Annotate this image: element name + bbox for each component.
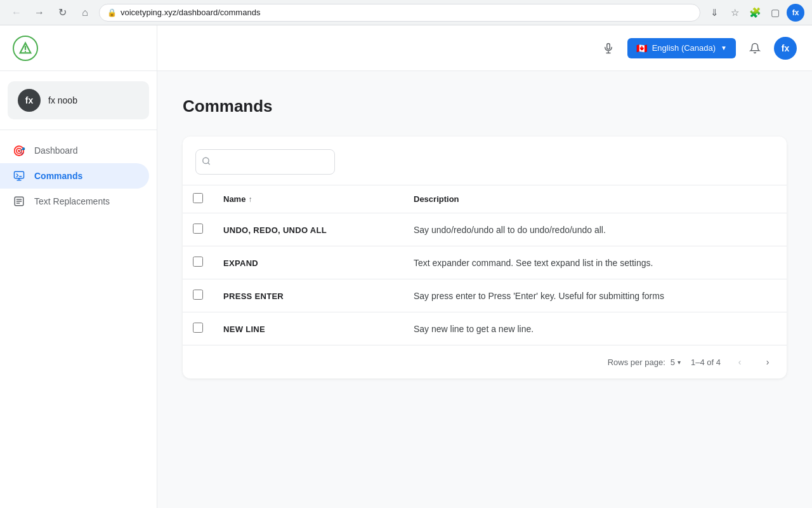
microphone-button[interactable] (597, 37, 620, 60)
browser-reload-button[interactable]: ↻ (53, 4, 71, 22)
user-card: fx fx noob (8, 81, 149, 119)
search-input[interactable] (195, 149, 335, 175)
browser-actions: ⇓ ☆ 🧩 ▢ fx (705, 4, 804, 22)
table-header-row: Name ↑ Description (183, 185, 787, 213)
rows-per-page-label: Rows per page: (608, 358, 665, 367)
language-flag: 🇨🇦 (636, 43, 647, 53)
next-page-button[interactable]: › (759, 353, 776, 371)
url-bar[interactable]: 🔒 voicetyping.xyz/dashboard/commands (99, 4, 700, 22)
row-name-cell: PRESS ENTER (213, 279, 403, 312)
top-header: 🇨🇦 English (Canada) ▼ fx (157, 25, 812, 71)
sidebar-item-text-replacements[interactable]: Text Replacements (0, 189, 149, 214)
commands-table: Name ↑ Description U (183, 185, 787, 345)
command-name: PRESS ENTER (223, 291, 284, 301)
main-content: 🇨🇦 English (Canada) ▼ fx Commands (157, 25, 812, 508)
user-name: fx noob (48, 95, 77, 105)
svg-line-13 (208, 163, 210, 164)
sidebar-item-label: Text Replacements (34, 196, 110, 206)
page-title: Commands (183, 97, 787, 116)
language-selector-button[interactable]: 🇨🇦 English (Canada) ▼ (627, 38, 736, 58)
command-description: Say undo/redo/undo all to do undo/redo/u… (414, 225, 606, 235)
row-checkbox-cell (183, 213, 213, 246)
svg-rect-9 (606, 43, 610, 49)
browser-profile-avatar[interactable]: fx (787, 4, 804, 22)
command-name: NEW LINE (223, 324, 265, 334)
previous-page-button[interactable]: ‹ (731, 353, 749, 371)
sidebar-item-commands[interactable]: Commands (0, 163, 149, 189)
row-name-cell: NEW LINE (213, 312, 403, 345)
row-description-cell: Say new line to get a new line. (403, 312, 787, 345)
app-logo (13, 36, 38, 61)
browser-chrome: ← → ↻ ⌂ 🔒 voicetyping.xyz/dashboard/comm… (0, 0, 812, 25)
browser-forward-button[interactable]: → (30, 4, 48, 22)
commands-icon (13, 170, 25, 182)
url-text: voicetyping.xyz/dashboard/commands (121, 8, 260, 17)
header-checkbox-cell (183, 185, 213, 213)
sidebar-item-label: Commands (34, 171, 82, 181)
page-info: 1–4 of 4 (691, 358, 721, 367)
dashboard-icon: 🎯 (13, 144, 25, 157)
download-icon[interactable]: ⇓ (705, 4, 723, 22)
row-checkbox[interactable] (193, 224, 203, 234)
select-all-checkbox[interactable] (193, 193, 203, 203)
notifications-button[interactable] (743, 37, 766, 60)
table-row: EXPAND Text expander command. See text e… (183, 246, 787, 279)
sort-arrow-icon[interactable]: ↑ (248, 195, 252, 204)
commands-table-card: Name ↑ Description U (183, 137, 787, 378)
chevron-down-icon: ▼ (721, 44, 727, 51)
command-name: UNDO, REDO, UNDO ALL (223, 225, 327, 235)
row-checkbox-cell (183, 246, 213, 279)
rows-per-page-select[interactable]: 5 ▾ (671, 358, 681, 367)
browser-back-button[interactable]: ← (8, 4, 25, 22)
table-row: PRESS ENTER Say press enter to Press 'En… (183, 279, 787, 312)
app-container: fx fx noob 🎯 Dashboard Commands (0, 25, 812, 508)
bookmark-icon[interactable]: ☆ (726, 4, 743, 22)
search-icon (202, 157, 211, 168)
row-description-cell: Say press enter to Press 'Enter' key. Us… (403, 279, 787, 312)
row-checkbox[interactable] (193, 257, 203, 267)
search-input-wrapper (195, 149, 335, 175)
sidebar: fx fx noob 🎯 Dashboard Commands (0, 25, 157, 508)
search-bar-container (183, 137, 787, 185)
text-replacements-icon (13, 195, 25, 208)
profile-avatar[interactable]: fx (774, 37, 797, 60)
sidebar-logo (0, 25, 157, 71)
row-checkbox[interactable] (193, 323, 203, 333)
rows-per-page-dropdown-icon: ▾ (678, 359, 681, 366)
row-description-cell: Say undo/redo/undo all to do undo/redo/u… (403, 213, 787, 246)
row-checkbox[interactable] (193, 290, 203, 300)
pagination: Rows per page: 5 ▾ 1–4 of 4 ‹ › (183, 345, 787, 378)
command-description: Text expander command. See text expand l… (414, 258, 653, 268)
column-header-description: Description (403, 185, 787, 213)
table-row: UNDO, REDO, UNDO ALL Say undo/redo/undo … (183, 213, 787, 246)
window-icon[interactable]: ▢ (766, 4, 784, 22)
sidebar-item-label: Dashboard (34, 145, 78, 156)
row-description-cell: Text expander command. See text expand l… (403, 246, 787, 279)
sidebar-item-dashboard[interactable]: 🎯 Dashboard (0, 138, 149, 163)
row-name-cell: UNDO, REDO, UNDO ALL (213, 213, 403, 246)
command-description: Say new line to get a new line. (414, 324, 534, 334)
row-checkbox-cell (183, 279, 213, 312)
table-row: NEW LINE Say new line to get a new line. (183, 312, 787, 345)
lock-icon: 🔒 (107, 8, 117, 17)
column-header-name: Name ↑ (213, 185, 403, 213)
svg-point-2 (25, 50, 26, 51)
language-label: English (Canada) (652, 43, 716, 53)
table-body: UNDO, REDO, UNDO ALL Say undo/redo/undo … (183, 213, 787, 345)
command-name: EXPAND (223, 258, 258, 268)
row-checkbox-cell (183, 312, 213, 345)
svg-rect-3 (15, 171, 24, 178)
row-name-cell: EXPAND (213, 246, 403, 279)
command-description: Say press enter to Press 'Enter' key. Us… (414, 291, 664, 301)
user-avatar: fx (18, 89, 41, 112)
sidebar-nav: 🎯 Dashboard Commands (0, 130, 157, 222)
browser-home-button[interactable]: ⌂ (76, 4, 94, 22)
page-content: Commands (157, 71, 812, 508)
rows-per-page: Rows per page: 5 ▾ (608, 358, 681, 367)
user-section: fx fx noob (0, 71, 157, 130)
extensions-icon[interactable]: 🧩 (746, 4, 764, 22)
rows-per-page-value: 5 (671, 358, 675, 367)
